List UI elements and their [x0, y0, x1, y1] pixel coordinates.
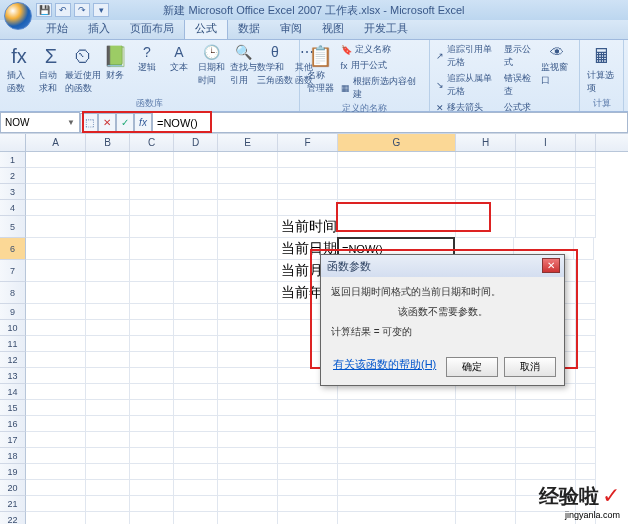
watch-window-button[interactable]: 👁监视窗口: [538, 42, 575, 89]
col-header[interactable]: [576, 134, 596, 151]
cell[interactable]: [174, 400, 218, 416]
cancel-button[interactable]: 取消: [504, 357, 556, 377]
cell[interactable]: [576, 336, 596, 352]
row-header[interactable]: 2: [0, 168, 26, 184]
cell[interactable]: [86, 336, 130, 352]
cell[interactable]: [130, 152, 174, 168]
cell[interactable]: [218, 320, 278, 336]
cell[interactable]: [278, 200, 338, 216]
cell[interactable]: [278, 464, 338, 480]
cell[interactable]: [26, 496, 86, 512]
trace-precedents-button[interactable]: ↗追踪引用单元格: [434, 42, 500, 70]
cell[interactable]: [174, 168, 218, 184]
cell[interactable]: [576, 200, 596, 216]
cell[interactable]: [26, 400, 86, 416]
cell[interactable]: [218, 282, 278, 304]
cell[interactable]: [86, 184, 130, 200]
col-header[interactable]: F: [278, 134, 338, 151]
col-header[interactable]: D: [174, 134, 218, 151]
cell[interactable]: [456, 168, 516, 184]
cell[interactable]: [218, 168, 278, 184]
row-header[interactable]: 11: [0, 336, 26, 352]
cell[interactable]: [338, 184, 456, 200]
cell[interactable]: [456, 432, 516, 448]
cell[interactable]: [86, 320, 130, 336]
cell[interactable]: [218, 480, 278, 496]
qat-save[interactable]: 💾: [36, 3, 52, 17]
cell[interactable]: [26, 216, 86, 238]
col-header[interactable]: E: [218, 134, 278, 151]
row-header[interactable]: 4: [0, 200, 26, 216]
show-formulas-button[interactable]: 显示公式: [502, 42, 536, 70]
col-header[interactable]: H: [456, 134, 516, 151]
col-header[interactable]: G: [338, 134, 456, 151]
cell[interactable]: [130, 282, 174, 304]
cell[interactable]: [516, 416, 576, 432]
cell[interactable]: [576, 352, 596, 368]
cell[interactable]: [130, 168, 174, 184]
cell[interactable]: [86, 238, 130, 260]
cell[interactable]: [338, 464, 456, 480]
row-header[interactable]: 9: [0, 304, 26, 320]
cell[interactable]: [278, 496, 338, 512]
cell[interactable]: [130, 432, 174, 448]
col-header[interactable]: C: [130, 134, 174, 151]
worksheet-grid[interactable]: A B C D E F G H I 12345当前时间6当前日期=NOW()7当…: [0, 134, 628, 524]
close-button[interactable]: ✕: [542, 258, 560, 273]
cell[interactable]: [218, 238, 278, 260]
cell[interactable]: [456, 480, 516, 496]
row-header[interactable]: 12: [0, 352, 26, 368]
cell[interactable]: [174, 384, 218, 400]
row-header[interactable]: 18: [0, 448, 26, 464]
trace-dependents-button[interactable]: ↘追踪从属单元格: [434, 71, 500, 99]
cell[interactable]: [130, 448, 174, 464]
datetime-button[interactable]: 🕒日期和 时间: [196, 42, 226, 89]
cell[interactable]: [174, 152, 218, 168]
cell[interactable]: [174, 496, 218, 512]
cell[interactable]: [338, 400, 456, 416]
cell[interactable]: [218, 384, 278, 400]
cell[interactable]: [278, 384, 338, 400]
cell[interactable]: [130, 480, 174, 496]
financial-button[interactable]: 📗财务: [100, 42, 130, 84]
ok-button[interactable]: 确定: [446, 357, 498, 377]
cell[interactable]: [218, 260, 278, 282]
col-header[interactable]: A: [26, 134, 86, 151]
cell[interactable]: [174, 282, 218, 304]
cell[interactable]: [338, 432, 456, 448]
cell[interactable]: [26, 384, 86, 400]
cell[interactable]: [576, 384, 596, 400]
qat-dropdown[interactable]: ▾: [93, 3, 109, 17]
cell[interactable]: [576, 448, 596, 464]
cancel-formula-button[interactable]: ✕: [98, 113, 116, 133]
cell[interactable]: 当前时间: [278, 216, 338, 238]
define-name-button[interactable]: 🔖定义名称: [339, 42, 425, 57]
cell[interactable]: [26, 260, 86, 282]
cell[interactable]: [174, 464, 218, 480]
cell[interactable]: [130, 200, 174, 216]
cell[interactable]: [86, 512, 130, 524]
cell[interactable]: [174, 320, 218, 336]
cell[interactable]: [130, 260, 174, 282]
cell[interactable]: [130, 368, 174, 384]
row-header[interactable]: 21: [0, 496, 26, 512]
cell[interactable]: [218, 152, 278, 168]
cell[interactable]: [456, 416, 516, 432]
cell[interactable]: [218, 368, 278, 384]
cell[interactable]: [130, 384, 174, 400]
cell[interactable]: [26, 464, 86, 480]
cell[interactable]: [338, 448, 456, 464]
col-header[interactable]: I: [516, 134, 576, 151]
cell[interactable]: [456, 448, 516, 464]
help-link[interactable]: 有关该函数的帮助(H): [333, 357, 436, 377]
cell[interactable]: [456, 496, 516, 512]
cell[interactable]: [456, 384, 516, 400]
tab-insert[interactable]: 插入: [78, 18, 120, 39]
cell[interactable]: [86, 448, 130, 464]
cell[interactable]: [218, 448, 278, 464]
cell[interactable]: [26, 282, 86, 304]
cell[interactable]: [26, 200, 86, 216]
cell[interactable]: [516, 432, 576, 448]
cell[interactable]: [218, 216, 278, 238]
cell[interactable]: [456, 464, 516, 480]
